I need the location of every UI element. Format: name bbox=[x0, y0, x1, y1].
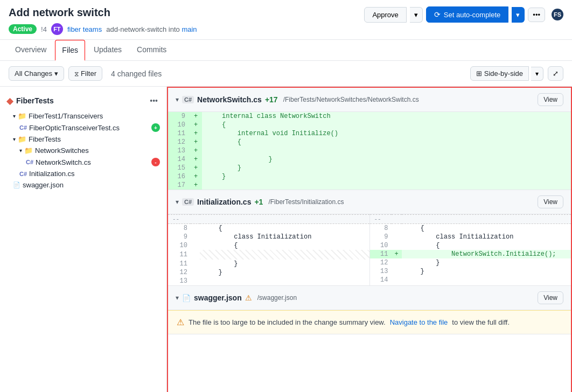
cs-icon: C# bbox=[19, 124, 27, 131]
diff-separator-row: -- bbox=[168, 215, 369, 224]
view-button-initialization[interactable]: View bbox=[538, 195, 563, 208]
diff-line-r: 9 class Initialization bbox=[370, 233, 571, 241]
toolbar: All Changes ▾ ⧖ Filter 4 changed files ⊞… bbox=[0, 61, 572, 87]
commits-count: !4 bbox=[41, 25, 47, 33]
diff-line: 8 { bbox=[168, 224, 369, 233]
lang-badge-2: C# bbox=[182, 198, 194, 206]
warning-banner: ⚠ The file is too large to be included i… bbox=[168, 310, 571, 334]
badge-plus: + bbox=[151, 123, 160, 132]
branch-from: add-network-switch bbox=[106, 25, 166, 33]
tree-item-initialization[interactable]: C# Initialization.cs bbox=[0, 168, 166, 179]
tab-commits[interactable]: Commits bbox=[130, 40, 173, 60]
badge-minus: - bbox=[151, 158, 160, 166]
warning-suffix: to view the full diff. bbox=[452, 318, 510, 326]
navigate-link[interactable]: Navigate to the file bbox=[390, 318, 448, 326]
active-badge: Active bbox=[9, 24, 37, 34]
file-label: FiberOpticTransceiverTest.cs bbox=[29, 124, 120, 132]
file-path-2: /FiberTests/Initialization.cs bbox=[268, 198, 344, 206]
diff-hatch-row: 11 bbox=[168, 250, 369, 260]
warning-triangle-icon: ⚠ bbox=[177, 317, 184, 327]
dropdown-icon: ▾ bbox=[54, 69, 58, 78]
diff-line: 17 + bbox=[168, 181, 571, 190]
collapse-icon-3[interactable]: ▾ bbox=[176, 294, 179, 302]
diff-count-2: +1 bbox=[254, 198, 263, 206]
diff-side-by-side: -- 8 { 9 c bbox=[168, 214, 571, 285]
warning-icon-header: ⚠ bbox=[245, 293, 252, 302]
diff-line-r: 12 } bbox=[370, 258, 571, 267]
file-name: NetworkSwitch.cs bbox=[197, 95, 262, 104]
tab-overview[interactable]: Overview bbox=[9, 40, 53, 60]
tree-item-fiberoptic[interactable]: C# FiberOpticTransceiverTest.cs + bbox=[0, 122, 166, 134]
tree-item-swagger[interactable]: 📄 swagger.json bbox=[0, 179, 166, 191]
tree-item-folder-fibertests[interactable]: ▾ 📁 FiberTests bbox=[0, 134, 166, 145]
diff-separator-row-r: -- bbox=[370, 215, 571, 224]
folder-icon-3: 📁 bbox=[24, 146, 33, 155]
file-block-swagger: ▾ 📄 swagger.json ⚠ /swagger.json View ⚠ … bbox=[168, 286, 571, 334]
more-button[interactable]: ••• bbox=[528, 8, 545, 22]
diff-line: 10 { bbox=[168, 241, 369, 250]
diff-left: -- 8 { 9 c bbox=[168, 214, 370, 285]
file-icon: 📄 bbox=[13, 181, 20, 188]
changed-files-count: 4 changed files bbox=[111, 69, 162, 78]
view-mode-label: Side-by-side bbox=[484, 69, 523, 78]
autocomplete-caret-button[interactable]: ▾ bbox=[512, 7, 525, 23]
all-changes-button[interactable]: All Changes ▾ bbox=[9, 66, 64, 81]
tab-updates[interactable]: Updates bbox=[87, 40, 128, 60]
autocomplete-icon: ⟳ bbox=[434, 10, 441, 19]
expand-button[interactable]: ⤢ bbox=[548, 66, 563, 81]
lang-badge: C# bbox=[182, 96, 194, 103]
view-mode-button[interactable]: ⊞ Side-by-side bbox=[470, 66, 529, 81]
view-button-networkswitch[interactable]: View bbox=[538, 93, 563, 106]
diamond-icon: ◆ bbox=[6, 96, 13, 106]
tree-item-folder-networkswitches[interactable]: ▾ 📁 NetworkSwitches bbox=[0, 145, 166, 156]
diff-line-r: 14 bbox=[370, 276, 571, 284]
avatar: FT bbox=[51, 23, 63, 35]
cs-icon-2: C# bbox=[26, 159, 33, 165]
approve-caret-button[interactable]: ▾ bbox=[410, 7, 423, 23]
approve-button[interactable]: Approve bbox=[364, 7, 406, 23]
diff-added-row: 11 + NetworkSwitch.Initialize(); bbox=[370, 250, 571, 258]
diff-line: 12 } bbox=[168, 268, 369, 277]
diff-line: 13 + bbox=[168, 146, 571, 155]
warning-text: The file is too large to be included in … bbox=[189, 318, 386, 326]
sidebar-more-button[interactable]: ••• bbox=[148, 95, 160, 106]
user-link[interactable]: fiber teams bbox=[67, 25, 102, 33]
networkswitch-label: NetworkSwitch.cs bbox=[36, 158, 91, 166]
branch-into[interactable]: main bbox=[182, 25, 197, 33]
diff-line: 9 class Initialization bbox=[168, 233, 369, 241]
diff-line: 16 + } bbox=[168, 172, 571, 181]
chevron-down-icon: ▾ bbox=[13, 113, 16, 119]
view-button-swagger[interactable]: View bbox=[538, 291, 563, 304]
branch-label: add-network-switch into main bbox=[106, 25, 197, 33]
diff-line: 11 + internal void Initialize() bbox=[168, 129, 571, 138]
autocomplete-button[interactable]: ⟳ Set auto-complete bbox=[426, 6, 509, 23]
file-block-initialization: ▾ C# Initialization.cs +1 /FiberTests/In… bbox=[168, 190, 571, 286]
tree-item-folder-transceivers[interactable]: ▾ 📁 FiberTest1/Transceivers bbox=[0, 110, 166, 122]
chevron-down-icon-2: ▾ bbox=[13, 136, 16, 142]
file-doc-icon: 📄 bbox=[182, 294, 191, 302]
filter-label: Filter bbox=[81, 69, 96, 78]
diff-right: -- 8 { 9 c bbox=[370, 214, 571, 285]
file-name-swagger: swagger.json bbox=[194, 293, 242, 302]
diff-count: +17 bbox=[265, 95, 278, 104]
file-block-networkswitch: ▾ C# NetworkSwitch.cs +17 /FiberTests/Ne… bbox=[168, 88, 571, 190]
filter-button[interactable]: ⧖ Filter bbox=[68, 66, 102, 81]
all-changes-label: All Changes bbox=[15, 69, 52, 78]
diff-line: 11 } bbox=[168, 260, 369, 268]
diff-line: 9 + internal class NetworkSwitch bbox=[168, 112, 571, 121]
collapse-icon-2[interactable]: ▾ bbox=[176, 198, 179, 206]
folder-networkswitches-label: NetworkSwitches bbox=[35, 146, 89, 155]
diff-lines-networkswitch: 9 + internal class NetworkSwitch 10 + { bbox=[168, 112, 571, 190]
diff-line-r: 13 } bbox=[370, 267, 571, 276]
current-user-avatar: FS bbox=[552, 9, 563, 20]
tab-files[interactable]: Files bbox=[55, 40, 85, 61]
collapse-icon[interactable]: ▾ bbox=[176, 96, 179, 103]
cs-icon-3: C# bbox=[19, 171, 27, 177]
folder-icon-2: 📁 bbox=[18, 135, 26, 143]
initialization-label: Initialization.cs bbox=[29, 170, 75, 178]
view-mode-caret[interactable]: ▾ bbox=[531, 67, 543, 81]
view-mode-group: ⊞ Side-by-side ▾ ⤢ bbox=[470, 66, 563, 81]
filter-icon: ⧖ bbox=[74, 70, 79, 78]
tree-item-networkswitch[interactable]: C# NetworkSwitch.cs - bbox=[0, 156, 166, 168]
sidebar-title-label: FiberTests bbox=[16, 96, 54, 105]
